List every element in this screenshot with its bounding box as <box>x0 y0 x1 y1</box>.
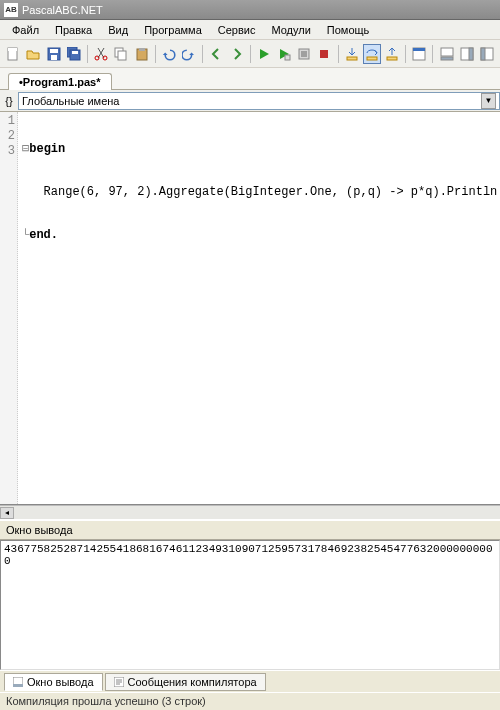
toolbar-separator <box>202 45 203 63</box>
paste-icon[interactable] <box>133 44 151 64</box>
toolbar-separator <box>432 45 433 63</box>
svg-rect-13 <box>139 48 145 51</box>
toolbar-separator <box>250 45 251 63</box>
toolbar <box>0 40 500 68</box>
svg-rect-11 <box>118 51 126 60</box>
nav-back-icon[interactable] <box>207 44 225 64</box>
step-out-icon[interactable] <box>383 44 401 64</box>
status-text: Компиляция прошла успешно (3 строк) <box>6 695 206 707</box>
messages-tab-icon <box>114 677 124 687</box>
menu-modules[interactable]: Модули <box>263 22 318 38</box>
svg-rect-16 <box>320 50 328 58</box>
toolbar-separator <box>338 45 339 63</box>
toolbar-separator <box>155 45 156 63</box>
output-tab-icon <box>13 677 23 687</box>
menu-help[interactable]: Помощь <box>319 22 378 38</box>
open-file-icon[interactable] <box>24 44 42 64</box>
tab-output[interactable]: Окно вывода <box>4 673 103 691</box>
run-icon[interactable] <box>255 44 273 64</box>
tab-compiler-messages[interactable]: Сообщения компилятора <box>105 673 266 691</box>
code-line: Range(6, 97, 2).Aggregate(BigInteger.One… <box>22 185 496 200</box>
svg-rect-21 <box>413 48 425 51</box>
svg-rect-1 <box>8 48 17 51</box>
toggle-panel2-icon[interactable] <box>478 44 496 64</box>
tab-output-label: Окно вывода <box>27 676 94 688</box>
svg-rect-7 <box>72 51 78 54</box>
dropdown-arrow-icon[interactable]: ▼ <box>481 93 496 109</box>
svg-rect-14 <box>285 55 290 60</box>
menu-edit[interactable]: Правка <box>47 22 100 38</box>
titlebar: AB PascalABC.NET <box>0 0 500 20</box>
stop-icon[interactable] <box>315 44 333 64</box>
menu-service[interactable]: Сервис <box>210 22 264 38</box>
menu-file[interactable]: Файл <box>4 22 47 38</box>
code-line: └end. <box>22 228 496 243</box>
line-gutter: 1 2 3 <box>0 112 18 504</box>
compile-icon[interactable] <box>295 44 313 64</box>
code-editor[interactable]: 1 2 3 ⊟begin Range(6, 97, 2).Aggregate(B… <box>0 112 500 505</box>
copy-icon[interactable] <box>112 44 130 64</box>
svg-rect-19 <box>387 57 397 60</box>
menu-view[interactable]: Вид <box>100 22 136 38</box>
scope-label: Глобальные имена <box>22 95 120 107</box>
svg-rect-4 <box>51 55 57 60</box>
svg-rect-17 <box>347 57 357 60</box>
save-icon[interactable] <box>45 44 63 64</box>
window-title: PascalABC.NET <box>22 4 103 16</box>
code-line: ⊟begin <box>22 142 496 157</box>
scope-icon: {} <box>0 95 18 107</box>
nav-forward-icon[interactable] <box>227 44 245 64</box>
menu-program[interactable]: Программа <box>136 22 210 38</box>
svg-rect-3 <box>50 49 58 53</box>
code-area[interactable]: ⊟begin Range(6, 97, 2).Aggregate(BigInte… <box>18 112 500 504</box>
cut-icon[interactable] <box>92 44 110 64</box>
menubar: Файл Правка Вид Программа Сервис Модули … <box>0 20 500 40</box>
save-all-icon[interactable] <box>65 44 83 64</box>
svg-rect-29 <box>13 684 23 687</box>
undo-icon[interactable] <box>160 44 178 64</box>
svg-rect-27 <box>481 48 485 60</box>
svg-rect-25 <box>469 48 473 60</box>
svg-rect-23 <box>441 57 453 60</box>
step-over-icon[interactable] <box>363 44 381 64</box>
bottom-tab-strip: Окно вывода Сообщения компилятора <box>0 670 500 692</box>
scroll-left-icon[interactable]: ◂ <box>0 507 14 519</box>
file-tab-strip: •Program1.pas* <box>0 68 500 90</box>
line-number: 3 <box>0 144 15 159</box>
horizontal-scrollbar[interactable]: ◂ <box>0 505 500 519</box>
svg-rect-22 <box>441 48 453 56</box>
line-number: 2 <box>0 129 15 144</box>
toggle-panel-icon[interactable] <box>458 44 476 64</box>
output-panel-title: Окно вывода <box>0 519 500 540</box>
new-file-icon[interactable] <box>4 44 22 64</box>
file-tab-program1[interactable]: •Program1.pas* <box>8 73 112 90</box>
output-text: 4367758252871425541868167461123493109071… <box>4 543 492 567</box>
output-area[interactable]: 4367758252871425541868167461123493109071… <box>0 540 500 670</box>
svg-rect-18 <box>367 57 377 60</box>
step-into-icon[interactable] <box>343 44 361 64</box>
scope-dropdown[interactable]: Глобальные имена ▼ <box>18 92 500 110</box>
app-icon: AB <box>4 3 18 17</box>
toggle-output-icon[interactable] <box>437 44 455 64</box>
form-designer-icon[interactable] <box>410 44 428 64</box>
redo-icon[interactable] <box>180 44 198 64</box>
line-number: 1 <box>0 114 15 129</box>
tab-messages-label: Сообщения компилятора <box>128 676 257 688</box>
toolbar-separator <box>405 45 406 63</box>
toolbar-separator <box>87 45 88 63</box>
scope-row: {} Глобальные имена ▼ <box>0 90 500 112</box>
statusbar: Компиляция прошла успешно (3 строк) <box>0 692 500 710</box>
run-noconsole-icon[interactable] <box>275 44 293 64</box>
